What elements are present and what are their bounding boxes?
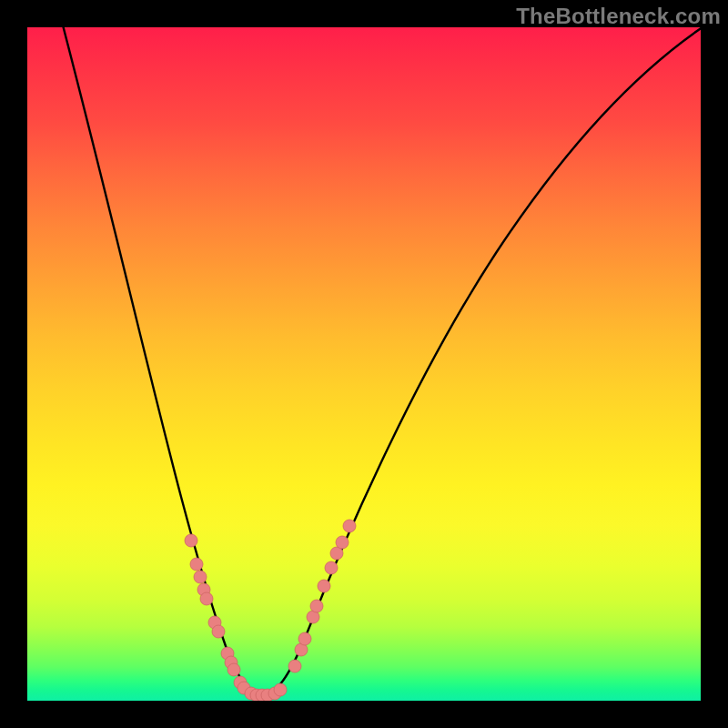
data-dot [185,534,197,547]
curve-layer [27,27,701,701]
data-dot [298,632,311,645]
data-dot [190,558,203,571]
data-dot [212,625,225,638]
data-dot [200,592,213,605]
bottleneck-curve [61,27,701,695]
data-dot [274,683,287,696]
plot-area [27,27,701,701]
data-dot [194,571,207,583]
data-dot [310,600,323,612]
data-dot [228,663,240,676]
chart-stage: TheBottleneck.com [0,0,728,728]
watermark-text: TheBottleneck.com [516,4,721,29]
data-dot [336,536,349,549]
data-dot [288,660,301,672]
data-dot [343,520,356,532]
data-dot [318,580,330,592]
data-dot [325,561,338,574]
